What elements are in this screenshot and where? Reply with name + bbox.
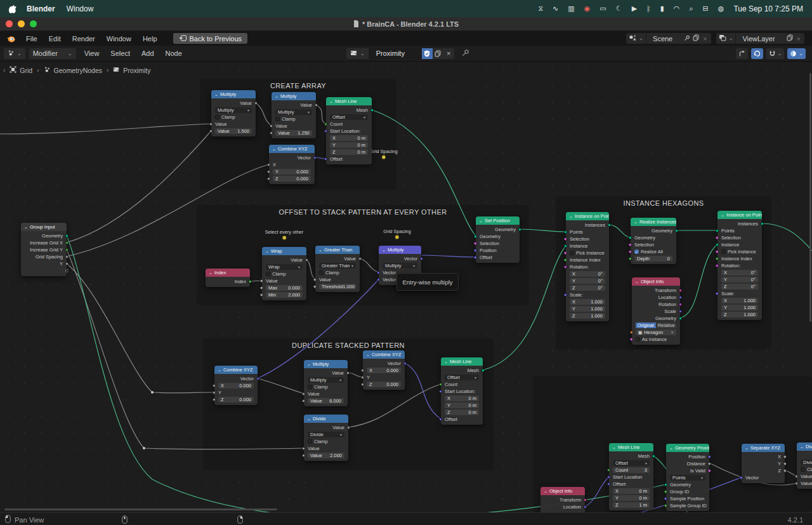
value-field[interactable]: Y1.000 xyxy=(570,306,605,312)
checkbox[interactable] xyxy=(215,115,219,119)
node-separate-xyz[interactable]: ⌄Separate XYZXYZVector xyxy=(742,444,785,483)
apple-menu-icon[interactable] xyxy=(9,4,16,13)
float-socket[interactable] xyxy=(361,369,364,372)
fake-user-shield-toggle[interactable] xyxy=(422,48,433,59)
node-header[interactable]: ⌄Realize Instances xyxy=(631,218,676,226)
collapse-icon[interactable]: ⌄ xyxy=(275,94,278,99)
back-to-previous-button[interactable]: Back to Previous xyxy=(173,33,248,44)
breadcrumb-item-geometrynodes[interactable]: GeometryNodes xyxy=(44,66,102,74)
value-field[interactable]: X0 m xyxy=(330,135,368,141)
matrix-socket[interactable] xyxy=(679,289,682,292)
unlink-icon[interactable]: × xyxy=(702,35,708,43)
menubar-clock[interactable]: Tue Sep 10 7:25 PM xyxy=(733,4,803,13)
node-header[interactable]: ⌄Index xyxy=(206,269,250,277)
geometry-socket[interactable] xyxy=(675,229,678,232)
copy-icon[interactable] xyxy=(787,34,793,43)
collapse-icon[interactable]: ⌄ xyxy=(634,220,638,225)
dropdown[interactable]: Greater Than▾ xyxy=(319,263,356,269)
dropdown[interactable]: Divide▾ xyxy=(801,460,812,465)
collapse-icon[interactable]: ⌄ xyxy=(479,218,483,223)
value-field[interactable]: Y0 m xyxy=(330,142,368,148)
float-socket[interactable] xyxy=(361,383,364,386)
reroute-node[interactable]: Select every other xyxy=(265,229,303,240)
geometry-socket[interactable] xyxy=(474,235,477,238)
value-field[interactable]: X0 m xyxy=(613,488,650,494)
float-socket[interactable] xyxy=(795,475,798,478)
dropdown[interactable]: Multiply▾ xyxy=(383,263,417,269)
geometry-socket[interactable] xyxy=(564,244,567,248)
node-link[interactable] xyxy=(67,263,214,393)
checkbox[interactable] xyxy=(275,117,280,121)
value-field[interactable]: Value2.000 xyxy=(308,453,344,458)
node-header[interactable]: ⌄Multiply xyxy=(272,92,316,100)
value-field[interactable]: Z0.000 xyxy=(367,382,401,387)
value-field[interactable]: X0.000 xyxy=(367,368,401,373)
viewlayer-selector[interactable]: ⌄ ViewLayer × xyxy=(716,33,804,44)
object-socket[interactable] xyxy=(630,331,633,334)
value-field[interactable]: Max0.000 xyxy=(266,285,303,291)
float-socket[interactable] xyxy=(213,384,216,387)
vector-socket[interactable] xyxy=(256,377,259,380)
float-socket[interactable] xyxy=(347,426,350,429)
vector-socket[interactable] xyxy=(584,505,587,508)
float-socket[interactable] xyxy=(209,130,213,133)
float-socket[interactable] xyxy=(358,257,362,260)
node-group-input[interactable]: ⌄Group InputGeometryIncrease Grid XIncre… xyxy=(21,223,67,276)
dropdown[interactable]: Offset▾ xyxy=(445,375,479,380)
vector-socket[interactable] xyxy=(377,271,380,274)
value-field[interactable]: X0.000 xyxy=(218,383,254,389)
float-socket[interactable] xyxy=(305,258,308,262)
checkbox[interactable] xyxy=(570,251,574,255)
geometry-socket[interactable] xyxy=(65,234,69,237)
collapse-icon[interactable]: ⌄ xyxy=(745,446,749,451)
node-object-info-1[interactable]: ⌄Object InfoTransformLocationRotationSca… xyxy=(632,277,680,345)
int-socket[interactable] xyxy=(607,469,610,472)
editor-menu-view[interactable]: View xyxy=(79,50,105,57)
vertical-scrollbar[interactable] xyxy=(809,73,811,322)
editor-menu-node[interactable]: Node xyxy=(160,50,188,57)
collapse-icon[interactable]: ⌄ xyxy=(218,368,221,373)
value-field[interactable]: Z0.000 xyxy=(273,176,311,182)
copy-icon[interactable] xyxy=(693,34,699,43)
close-button[interactable] xyxy=(6,20,13,27)
blender-logo-icon[interactable] xyxy=(6,35,15,43)
checkbox[interactable] xyxy=(801,467,805,472)
collapse-icon[interactable]: ⌄ xyxy=(721,213,724,218)
geometry-socket[interactable] xyxy=(679,317,682,320)
vector-socket[interactable] xyxy=(679,296,682,299)
value-field[interactable]: Value1.250 xyxy=(275,130,312,136)
float-socket[interactable] xyxy=(346,371,350,375)
collapse-icon[interactable]: ⌄ xyxy=(366,352,370,357)
screen-share-icon[interactable]: ▥ xyxy=(568,4,574,13)
auto-offset-toggle[interactable] xyxy=(751,48,763,59)
node-set-position[interactable]: ⌄Set PositionGeometryGeometrySelectionPo… xyxy=(476,216,520,263)
unlink-icon[interactable]: × xyxy=(443,48,454,59)
battery-icon[interactable]: ▮ xyxy=(660,4,664,13)
int-socket[interactable] xyxy=(324,123,327,126)
vector-socket[interactable] xyxy=(439,418,442,421)
geometry-socket[interactable] xyxy=(761,222,764,225)
value-field[interactable]: Z0° xyxy=(570,285,605,291)
node-header[interactable]: ⌄Object Info xyxy=(540,487,585,495)
geometry-socket[interactable] xyxy=(564,230,567,234)
node-greater-than[interactable]: ⌄Greater ThanValueGreater Than▾ClampValu… xyxy=(315,246,360,292)
node-header[interactable]: ⌄Greater Than xyxy=(315,246,360,254)
collapse-icon[interactable]: ⌄ xyxy=(214,92,218,97)
node-divide-2[interactable]: ⌄DivideValueDivide▾ClampValueValue xyxy=(797,442,812,489)
scene-selector[interactable]: ⌄ Scene × xyxy=(626,33,710,44)
value-field[interactable]: Y1.000 xyxy=(721,305,758,310)
float-socket[interactable] xyxy=(267,177,270,180)
value-field[interactable]: Z0 m xyxy=(445,409,479,415)
dropdown[interactable]: Multiply▾ xyxy=(215,107,252,113)
value-field[interactable]: Value6.000 xyxy=(308,398,344,404)
checkbox[interactable] xyxy=(308,385,312,389)
rotation-socket[interactable] xyxy=(679,303,682,306)
stylus-icon[interactable]: ∿ xyxy=(553,4,558,13)
float-socket[interactable] xyxy=(302,399,305,402)
int-socket[interactable] xyxy=(439,383,442,386)
breadcrumb-item-proximity[interactable]: Proximity xyxy=(113,66,150,74)
clear-object-icon[interactable]: × xyxy=(671,329,674,335)
reroute-node[interactable]: Grid Spacing xyxy=(383,229,410,239)
vector-socket[interactable] xyxy=(607,475,610,479)
collapse-icon[interactable]: ⌄ xyxy=(544,489,547,494)
